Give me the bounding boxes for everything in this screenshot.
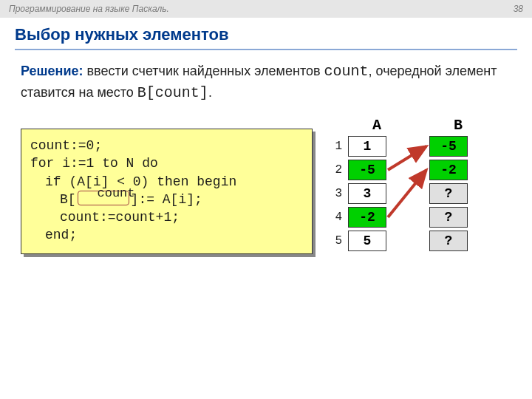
- code-line: count:=count+1;: [30, 208, 303, 226]
- row-index: 4: [330, 211, 348, 224]
- row-index: 5: [330, 234, 348, 248]
- code-line: for i:=1 to N do: [30, 154, 303, 172]
- solution-label: Решение:: [21, 64, 83, 78]
- array-b-cell: ?: [429, 207, 468, 228]
- row-index: 2: [330, 163, 348, 177]
- array-a-cell: 3: [348, 183, 386, 204]
- code-line: if (A[i] < 0) then begin: [30, 173, 303, 191]
- svg-line-1: [388, 170, 426, 217]
- row-index: 1: [330, 140, 348, 153]
- array-a-cell: 1: [348, 136, 386, 157]
- course-name: Программирование на языке Паскаль.: [9, 4, 169, 14]
- page-title: Выбор нужных элементов: [0, 18, 532, 49]
- blank-answer-label: count: [94, 187, 138, 200]
- array-gap: [386, 207, 429, 228]
- array-row: 55?: [330, 230, 511, 252]
- arrays-diagram: A B 11-52-5-233?4-2?55?: [330, 117, 511, 252]
- code-line: end;: [30, 226, 303, 244]
- array-a-cell: -5: [348, 160, 386, 180]
- arrow-icon: [386, 160, 429, 219]
- array-b-cell: -5: [429, 136, 468, 157]
- array-b-cell: ?: [429, 231, 468, 251]
- array-a-label: A: [358, 117, 395, 134]
- array-row: 4-2?: [330, 206, 511, 228]
- code-block: count:=0; for i:=1 to N do if (A[i] < 0)…: [21, 129, 313, 254]
- title-divider: [15, 49, 517, 50]
- array-gap: [386, 231, 429, 251]
- row-index: 3: [330, 187, 348, 200]
- array-a-cell: -2: [348, 207, 386, 228]
- header-bar: Программирование на языке Паскаль. 38: [0, 0, 532, 18]
- solution-text: Решение: ввести счетчик найденных элемен…: [0, 61, 532, 117]
- array-b-cell: -2: [429, 160, 468, 180]
- array-b-label: B: [440, 117, 477, 134]
- array-b-cell: ?: [429, 183, 468, 204]
- array-a-cell: 5: [348, 231, 386, 251]
- code-line: count:=0;: [30, 137, 303, 154]
- page-number: 38: [514, 4, 523, 14]
